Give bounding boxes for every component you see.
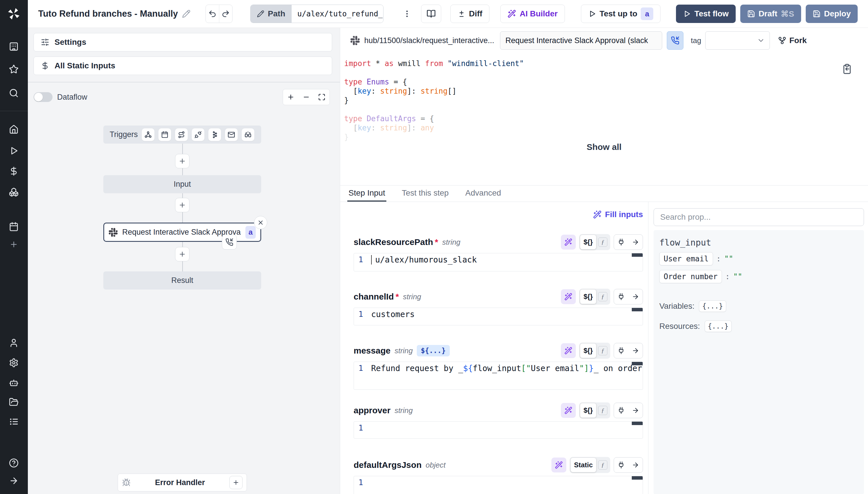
error-handler-node[interactable]: Error Handler <box>118 474 247 491</box>
editor-scrollbar[interactable] <box>632 253 643 257</box>
show-all-button[interactable]: Show all <box>587 142 622 152</box>
test-up-to-button[interactable]: Test up to a <box>581 5 661 23</box>
tab-step-input[interactable]: Step Input <box>347 186 386 202</box>
editor-scrollbar[interactable] <box>632 362 643 365</box>
arrow-right-button[interactable] <box>628 407 643 414</box>
schedules-calendar-icon[interactable] <box>7 220 20 233</box>
resources-boxes-icon[interactable] <box>7 186 20 198</box>
editor-scrollbar[interactable] <box>632 422 643 425</box>
plug-connect-button[interactable] <box>614 293 628 300</box>
expand-arrow-icon[interactable] <box>7 474 20 487</box>
plug-connect-button[interactable] <box>614 347 628 355</box>
draft-button[interactable]: Draft ⌘S <box>740 5 801 23</box>
arrow-right-button[interactable] <box>628 347 643 355</box>
resources-row[interactable]: Resources: {...} <box>659 321 858 332</box>
user-icon[interactable] <box>7 337 20 349</box>
docs-book-button[interactable] <box>421 5 441 23</box>
fill-inputs-button[interactable]: Fill inputs <box>354 207 643 223</box>
resources-value-chip[interactable]: {...} <box>705 321 732 332</box>
editor-scrollbar[interactable] <box>632 308 643 311</box>
search-prop-input[interactable]: Search prop... <box>654 208 864 226</box>
folders-icon[interactable] <box>7 396 20 408</box>
add-error-handler-button[interactable] <box>229 476 242 489</box>
field-value[interactable]: customers <box>368 308 415 325</box>
tab-test-this-step[interactable]: Test this step <box>401 186 450 202</box>
mode-function-button[interactable]: ƒ <box>596 460 609 470</box>
mode-template-button[interactable]: ${} <box>580 235 596 249</box>
remove-step-button[interactable] <box>254 216 267 229</box>
mode-template-button[interactable]: ${} <box>580 289 596 304</box>
suspend-approval-toggle[interactable] <box>667 31 684 50</box>
path-input[interactable]: u/alex/tuto_refund_branches_ <box>292 5 383 23</box>
tag-select[interactable] <box>705 31 770 50</box>
favorites-star-icon[interactable] <box>7 63 20 76</box>
mode-template-button[interactable]: ${} <box>580 403 596 418</box>
mode-function-button[interactable]: ƒ <box>596 346 609 355</box>
field-value-editor[interactable]: 1 <box>354 476 643 494</box>
diff-button[interactable]: Diff <box>450 5 490 23</box>
variables-value-chip[interactable]: {...} <box>699 300 726 312</box>
http-route-trigger-icon[interactable] <box>175 128 188 141</box>
schedule-trigger-icon[interactable] <box>158 128 171 141</box>
poll-trigger-icon[interactable] <box>242 128 254 141</box>
email-trigger-icon[interactable] <box>225 128 238 141</box>
mode-function-button[interactable]: ƒ <box>596 238 609 247</box>
flow-input-title[interactable]: flow_input <box>659 238 858 248</box>
field-value[interactable]: Refund request by _${flow_input["User em… <box>368 362 643 390</box>
audit-list-icon[interactable] <box>7 415 20 428</box>
prop-key-chip[interactable]: User email <box>659 252 713 265</box>
mode-function-button[interactable]: ƒ <box>596 406 609 415</box>
runs-play-icon[interactable] <box>7 145 20 157</box>
arrow-right-button[interactable] <box>628 239 643 246</box>
plug-connect-button[interactable] <box>614 461 628 469</box>
zoom-out-button[interactable] <box>298 89 314 105</box>
windmill-logo[interactable] <box>5 5 22 22</box>
path-group[interactable]: Path u/alex/tuto_refund_branches_ <box>250 5 383 23</box>
more-menu-kebab-icon[interactable] <box>402 5 412 23</box>
add-step-button-3[interactable] <box>175 247 190 261</box>
deploy-button[interactable]: Deploy <box>806 5 858 23</box>
search-icon[interactable] <box>7 87 20 99</box>
result-node[interactable]: Result <box>103 271 261 289</box>
home-icon[interactable] <box>7 123 20 136</box>
copy-code-icon[interactable] <box>842 63 852 74</box>
zoom-in-button[interactable] <box>283 89 298 105</box>
editor-scrollbar[interactable] <box>632 476 643 480</box>
variables-row[interactable]: Variables: {...} <box>659 300 858 312</box>
field-value-editor[interactable]: 1 <box>354 421 643 439</box>
field-value-editor[interactable]: 1 customers <box>354 308 643 325</box>
input-node[interactable]: Input <box>103 175 261 193</box>
field-value[interactable]: u/alex/humorous_slack <box>368 253 477 271</box>
kafka-trigger-icon[interactable] <box>209 128 221 141</box>
ai-fill-wand-button[interactable] <box>551 457 566 473</box>
field-value[interactable] <box>368 476 371 494</box>
workspace-icon[interactable] <box>7 40 20 53</box>
triggers-node[interactable]: Triggers <box>103 126 261 144</box>
all-static-inputs-card[interactable]: All Static Inputs <box>34 57 332 75</box>
field-value[interactable] <box>368 422 371 438</box>
mode-function-button[interactable]: ƒ <box>596 292 609 301</box>
mode-template-button[interactable]: ${} <box>580 343 596 358</box>
plug-connect-button[interactable] <box>614 239 628 246</box>
add-step-button-2[interactable] <box>175 198 190 212</box>
flow-settings-card[interactable]: Settings <box>34 33 332 52</box>
arrow-right-button[interactable] <box>628 293 643 300</box>
edit-title-pencil-icon[interactable] <box>182 10 191 18</box>
websocket-trigger-icon[interactable] <box>192 128 204 141</box>
arrow-right-button[interactable] <box>628 461 643 469</box>
workers-bot-icon[interactable] <box>7 377 20 389</box>
help-icon[interactable] <box>7 457 20 469</box>
undo-button[interactable] <box>206 5 219 23</box>
redo-button[interactable] <box>219 5 232 23</box>
suspend-approval-icon[interactable] <box>222 235 237 250</box>
flow-input-prop-row[interactable]: Order number : "" <box>659 270 858 283</box>
code-editor[interactable]: import * as wmill from "windmill-client"… <box>340 53 868 185</box>
fork-button[interactable]: Fork <box>778 36 807 45</box>
field-value-editor[interactable]: 1 Refund request by _${flow_input["User … <box>354 362 643 390</box>
mode-template-button[interactable]: Static <box>571 458 596 472</box>
ai-fill-wand-button[interactable] <box>561 403 576 418</box>
webhook-trigger-icon[interactable] <box>142 128 154 141</box>
step-title-input[interactable]: Request Interactive Slack Approval (slac… <box>500 31 662 50</box>
fit-view-button[interactable] <box>314 89 330 105</box>
plug-connect-button[interactable] <box>614 407 628 414</box>
